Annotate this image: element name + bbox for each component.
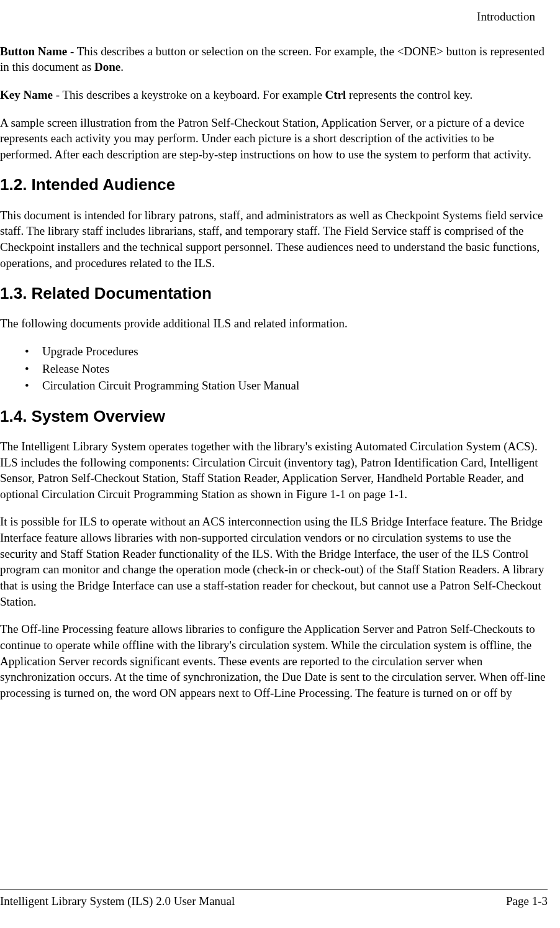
- term-done: Done: [94, 60, 120, 73]
- paragraph-button-name: Button Name - This describes a button or…: [0, 43, 548, 75]
- text: - This describes a button or selection o…: [0, 45, 544, 74]
- text: .: [120, 60, 124, 73]
- footer-page-number: Page 1-3: [506, 893, 548, 909]
- term-key-name: Key Name: [0, 88, 53, 101]
- heading-intended-audience: 1.2. Intended Audience: [0, 174, 548, 196]
- paragraph-system-overview-2: It is possible for ILS to operate withou…: [0, 514, 548, 609]
- text: represents the control key.: [346, 88, 472, 101]
- term-ctrl: Ctrl: [325, 88, 346, 101]
- text: - This describes a keystroke on a keyboa…: [53, 88, 325, 101]
- page-header-section: Introduction: [0, 9, 548, 25]
- paragraph-sample-screen: A sample screen illustration from the Pa…: [0, 115, 548, 163]
- list-item: Release Notes: [25, 361, 548, 377]
- paragraph-key-name: Key Name - This describes a keystroke on…: [0, 87, 548, 103]
- paragraph-intended-audience: This document is intended for library pa…: [0, 207, 548, 271]
- paragraph-related-docs-intro: The following documents provide addition…: [0, 316, 548, 332]
- list-item: Circulation Circuit Programming Station …: [25, 378, 548, 394]
- paragraph-system-overview-3: The Off-line Processing feature allows l…: [0, 621, 548, 701]
- paragraph-system-overview-1: The Intelligent Library System operates …: [0, 439, 548, 503]
- term-button-name: Button Name: [0, 45, 67, 58]
- page-footer: Intelligent Library System (ILS) 2.0 Use…: [0, 889, 548, 909]
- heading-related-documentation: 1.3. Related Documentation: [0, 283, 548, 304]
- heading-system-overview: 1.4. System Overview: [0, 406, 548, 427]
- list-item: Upgrade Procedures: [25, 343, 548, 360]
- page-content: Button Name - This describes a button or…: [0, 43, 548, 701]
- related-docs-list: Upgrade Procedures Release Notes Circula…: [0, 343, 548, 394]
- footer-title: Intelligent Library System (ILS) 2.0 Use…: [0, 893, 235, 909]
